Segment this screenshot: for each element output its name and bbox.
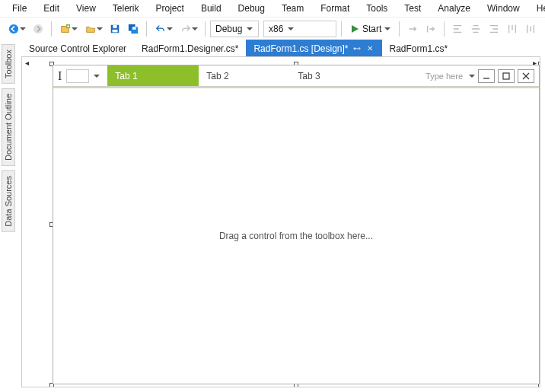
menu-bar: File Edit View Telerik Project Build Deb… — [0, 0, 545, 17]
svg-rect-9 — [132, 27, 135, 30]
svg-point-0 — [9, 24, 18, 33]
doctab-cs[interactable]: RadForm1.cs* — [382, 40, 456, 56]
ribbon-tab-1[interactable]: Tab 1 — [107, 65, 199, 86]
window-close-button[interactable] — [518, 69, 534, 83]
nav-back-button[interactable] — [5, 21, 28, 37]
svg-point-1 — [33, 24, 43, 33]
menu-analyze[interactable]: Analyze — [430, 2, 478, 15]
solution-platform-dropdown[interactable]: x86 — [263, 21, 336, 37]
pin-icon[interactable]: ⊷ — [353, 44, 361, 53]
doctab-source-control-explorer[interactable]: Source Control Explorer — [21, 40, 134, 56]
align-btn — [467, 21, 484, 37]
title-text-input[interactable] — [66, 69, 89, 83]
doctab-designer-cs[interactable]: RadForm1.Designer.cs* — [134, 40, 246, 56]
menu-project[interactable]: Project — [148, 2, 192, 15]
svg-rect-10 — [503, 73, 509, 79]
solution-config-label: Debug — [215, 24, 242, 34]
side-tab-well: Toolbox Document Outline Data Sources — [0, 41, 17, 392]
chevron-down-icon[interactable] — [469, 75, 475, 78]
save-button[interactable] — [107, 21, 123, 37]
doctab-design[interactable]: RadForm1.cs [Design]* ⊷ ✕ — [246, 40, 381, 56]
menu-window[interactable]: Window — [480, 2, 527, 15]
toolbar-sep — [205, 21, 206, 37]
align-btn — [522, 21, 539, 37]
doctab-label: Source Control Explorer — [29, 43, 126, 54]
close-icon[interactable]: ✕ — [365, 44, 374, 53]
maximize-icon — [502, 72, 510, 80]
toolbar-sep — [146, 21, 147, 37]
solution-config-dropdown[interactable]: Debug — [210, 21, 259, 37]
redo-button — [177, 21, 200, 37]
new-project-button[interactable] — [56, 21, 80, 37]
doctab-label: RadForm1.cs [Design]* — [253, 43, 348, 54]
form-canvas[interactable]: I Tab 1 Tab 2 Tab 3 Type here — [53, 65, 540, 384]
step-btn — [404, 21, 421, 37]
start-debug-button[interactable]: Start — [346, 21, 394, 37]
save-all-button[interactable] — [125, 21, 142, 37]
ribbon-tab-3[interactable]: Tab 3 — [290, 65, 381, 86]
menu-build[interactable]: Build — [193, 2, 229, 15]
svg-rect-5 — [113, 24, 116, 27]
svg-rect-6 — [113, 29, 118, 32]
menu-debug[interactable]: Debug — [231, 2, 272, 15]
main-toolbar: Debug x86 Start — [0, 17, 545, 40]
toolbar-sep — [399, 21, 400, 37]
document-tab-well: Source Control Explorer RadForm1.Designe… — [21, 40, 545, 56]
ribbon-tab-2[interactable]: Tab 2 — [199, 65, 290, 86]
toolbar-sep — [51, 21, 52, 37]
ribbon-tabstrip: Tab 1 Tab 2 Tab 3 — [107, 65, 421, 86]
doctab-label: RadForm1.cs* — [390, 43, 448, 54]
sidetab-data-sources[interactable]: Data Sources — [2, 171, 15, 232]
chevron-down-icon[interactable] — [94, 75, 100, 78]
menu-edit[interactable]: Edit — [36, 2, 67, 15]
designer-drop-area[interactable]: Drag a control from the toolbox here... — [53, 88, 539, 384]
minimize-icon — [483, 72, 490, 80]
toolbar-sep — [444, 21, 445, 37]
form-titlebar: I Tab 1 Tab 2 Tab 3 Type here — [53, 65, 539, 87]
doctab-label: RadForm1.Designer.cs* — [142, 43, 238, 54]
sidetab-toolbox[interactable]: Toolbox — [2, 44, 15, 84]
start-label: Start — [362, 24, 381, 34]
menu-file[interactable]: File — [5, 2, 34, 15]
text-cursor-icon: I — [58, 69, 62, 83]
menu-view[interactable]: View — [69, 2, 104, 15]
designer-stage[interactable]: ◂ ▸ I Tab 1 Tab 2 Tab 3 — [21, 56, 540, 387]
solution-platform-label: x86 — [269, 24, 283, 34]
sidetab-document-outline[interactable]: Document Outline — [2, 88, 15, 166]
type-here-placeholder[interactable]: Type here — [425, 72, 463, 81]
nav-fwd-button — [30, 21, 46, 37]
align-btn — [449, 21, 466, 37]
close-icon — [522, 72, 530, 80]
drop-hint-text: Drag a control from the toolbox here... — [219, 231, 373, 241]
menu-telerik[interactable]: Telerik — [105, 2, 147, 15]
window-maximize-button[interactable] — [498, 69, 515, 83]
scroll-left-icon[interactable]: ◂ — [25, 59, 29, 67]
window-minimize-button[interactable] — [478, 69, 495, 83]
menu-help[interactable]: Help — [529, 2, 545, 15]
play-icon — [350, 24, 359, 33]
menu-team[interactable]: Team — [274, 2, 311, 15]
menu-format[interactable]: Format — [313, 2, 357, 15]
rad-form-window: I Tab 1 Tab 2 Tab 3 Type here — [53, 65, 540, 384]
align-btn — [486, 21, 502, 37]
undo-button[interactable] — [151, 21, 175, 37]
step-btn — [422, 21, 439, 37]
align-btn — [504, 21, 521, 37]
menu-test[interactable]: Test — [397, 2, 429, 15]
menu-tools[interactable]: Tools — [359, 2, 395, 15]
toolbar-sep — [341, 21, 342, 37]
open-file-button[interactable] — [81, 21, 105, 37]
